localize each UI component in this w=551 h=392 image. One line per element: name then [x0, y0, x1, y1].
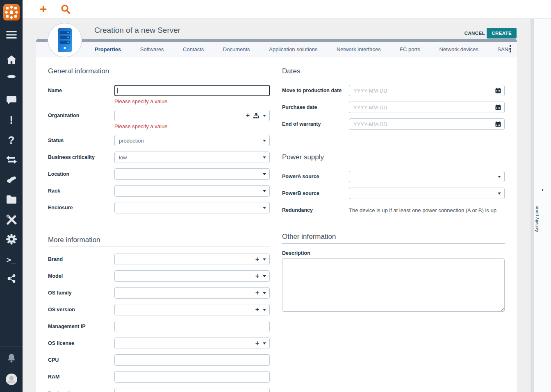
os-family-combo[interactable] — [114, 287, 270, 299]
bell-icon[interactable] — [0, 353, 23, 364]
activity-panel-label: Activity panel — [534, 196, 551, 241]
new-object-button[interactable]: + — [40, 2, 47, 16]
tab-overflow-menu-icon[interactable] — [507, 45, 514, 54]
move-to-production-input[interactable] — [349, 85, 505, 96]
enclosure-select[interactable] — [114, 202, 270, 213]
organization-caret-icon[interactable] — [263, 115, 266, 117]
field-row-management-ip: Management IP — [48, 321, 270, 332]
calendar-icon[interactable] — [495, 88, 501, 93]
description-textarea[interactable] — [282, 258, 505, 312]
ram-input[interactable] — [114, 371, 270, 383]
brand-add-icon[interactable]: + — [255, 256, 259, 263]
model-add-icon[interactable]: + — [255, 273, 259, 279]
terminal-icon[interactable]: >_ — [0, 254, 23, 265]
model-caret-icon[interactable] — [263, 275, 266, 277]
os-family-label: OS family — [48, 287, 114, 299]
page-scrollbar[interactable] — [531, 19, 534, 392]
activity-panel-expand-icon[interactable]: ‹ — [534, 186, 551, 193]
tab-application-solutions[interactable]: Application solutions — [260, 42, 326, 57]
os-version-add-icon[interactable]: + — [255, 306, 259, 313]
management-ip-input[interactable] — [114, 321, 270, 332]
calendar-icon[interactable] — [495, 104, 501, 110]
share-icon[interactable] — [0, 274, 23, 283]
power-a-select[interactable] — [349, 171, 505, 182]
purchase-date-label: Purchase date — [282, 102, 349, 113]
field-row-criticality: Business criticality low — [48, 152, 270, 163]
field-row-name: Name Please specify a value — [48, 85, 270, 105]
model-label: Model — [48, 270, 114, 282]
tab-fc-ports[interactable]: FC ports — [391, 42, 429, 57]
location-select[interactable] — [114, 168, 270, 180]
app-logo-icon[interactable] — [0, 4, 23, 20]
chat-icon[interactable] — [0, 95, 23, 105]
alert-icon[interactable]: ! — [0, 114, 23, 126]
transfer-arrows-icon[interactable] — [0, 155, 23, 165]
tab-network-devices[interactable]: Network devices — [430, 42, 487, 57]
organization-add-icon[interactable]: + — [246, 112, 250, 119]
rack-caret-icon[interactable] — [263, 190, 266, 192]
activity-panel-collapsed[interactable]: ‹ Activity panel — [534, 19, 551, 392]
criticality-select[interactable]: low — [114, 152, 270, 163]
tab-properties[interactable]: Properties — [86, 42, 130, 57]
criticality-caret-icon[interactable] — [263, 156, 266, 159]
sidebar-divider — [0, 346, 23, 347]
cancel-button[interactable]: CANCEL — [464, 31, 485, 36]
os-version-caret-icon[interactable] — [263, 309, 266, 311]
name-input[interactable] — [114, 85, 270, 96]
end-of-warranty-label: End of warranty — [282, 118, 349, 130]
os-license-caret-icon[interactable] — [263, 342, 266, 344]
os-family-add-icon[interactable]: + — [255, 290, 259, 296]
brand-caret-icon[interactable] — [263, 258, 266, 261]
power-a-label: PowerA source — [282, 171, 349, 182]
cpu-input[interactable] — [114, 354, 270, 366]
home-icon[interactable] — [0, 54, 23, 65]
field-row-status: Status production — [48, 135, 270, 146]
power-a-caret-icon[interactable] — [498, 176, 501, 178]
model-combo[interactable] — [114, 270, 270, 282]
form-right-column: Dates Move to production date — [282, 57, 505, 313]
rack-label: Rack — [48, 185, 114, 197]
help-icon[interactable]: ? — [0, 134, 23, 146]
status-caret-icon[interactable] — [263, 140, 266, 142]
field-row-organization: Organization + — [48, 110, 270, 130]
rack-units-input[interactable] — [114, 388, 270, 392]
purchase-date-input[interactable] — [349, 102, 505, 113]
status-label: Status — [48, 135, 114, 146]
field-row-enclosure: Enclosure — [48, 202, 270, 213]
menu-icon[interactable] — [0, 29, 23, 40]
field-row-rack: Rack — [48, 185, 270, 197]
server-icon — [55, 27, 74, 53]
tab-softwares[interactable]: Softwares — [132, 42, 173, 57]
redundancy-label: Redundancy — [282, 204, 349, 213]
tab-documents[interactable]: Documents — [214, 42, 259, 57]
search-button[interactable] — [60, 4, 71, 16]
location-caret-icon[interactable] — [263, 173, 266, 175]
tools-icon[interactable] — [0, 214, 23, 225]
os-version-combo[interactable] — [114, 304, 270, 315]
folder-icon[interactable] — [0, 194, 23, 205]
tab-network-interfaces[interactable]: Network interfaces — [328, 42, 389, 57]
helping-hands-icon[interactable] — [0, 174, 23, 185]
brand-combo[interactable] — [114, 254, 270, 265]
create-button[interactable]: CREATE — [487, 28, 517, 39]
os-family-caret-icon[interactable] — [263, 292, 266, 294]
organization-hierarchy-icon[interactable] — [253, 113, 259, 118]
section-title-other: Other information — [282, 223, 505, 243]
os-license-add-icon[interactable]: + — [255, 340, 259, 347]
status-select[interactable]: production — [114, 135, 270, 146]
database-icon[interactable] — [0, 75, 23, 85]
os-license-combo[interactable] — [114, 338, 270, 349]
power-b-select[interactable] — [349, 188, 505, 199]
server-class-badge — [48, 23, 82, 57]
user-avatar[interactable] — [0, 374, 23, 385]
tab-contacts[interactable]: Contacts — [174, 42, 212, 57]
gear-icon[interactable] — [0, 234, 23, 245]
rack-select[interactable] — [114, 185, 270, 197]
power-b-caret-icon[interactable] — [498, 193, 501, 195]
object-creation-card: Creation of a new Server CANCEL CREATE P… — [36, 19, 517, 392]
end-of-warranty-input[interactable] — [349, 118, 505, 130]
field-row-model: Model + — [48, 270, 270, 282]
section-divider — [48, 247, 270, 247]
calendar-icon[interactable] — [495, 121, 501, 127]
enclosure-caret-icon[interactable] — [263, 207, 266, 209]
